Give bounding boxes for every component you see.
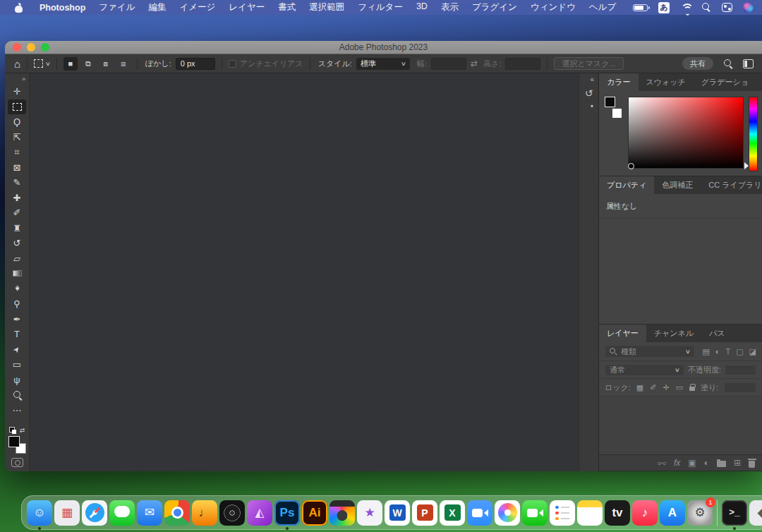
group-layers-icon[interactable] (717, 459, 726, 467)
photoshop[interactable]: Ps (274, 500, 300, 526)
new-selection-icon[interactable]: ■ (64, 57, 78, 71)
hue-slider-marker[interactable] (744, 162, 752, 169)
messages[interactable] (109, 500, 135, 526)
spotlight-search-icon[interactable] (702, 3, 711, 12)
properties-panel-tab[interactable]: CC ライブラリ (701, 176, 762, 194)
menu-item[interactable]: ヘルプ (589, 1, 616, 13)
notes[interactable] (577, 500, 603, 526)
utility-app[interactable]: ◆ (749, 500, 762, 526)
layer-filter-select[interactable]: 種類 ∨ (605, 345, 695, 358)
workspace-switcher-icon[interactable] (743, 59, 754, 68)
foreground-color-swatch[interactable] (8, 436, 20, 447)
filter-adjustment-layers-icon[interactable]: ◐ (715, 348, 720, 356)
swap-dimensions-icon[interactable]: ⇄ (471, 59, 478, 68)
color-panel-swatches[interactable] (605, 97, 623, 115)
dock-separator[interactable] (717, 500, 718, 526)
add-to-selection-icon[interactable]: ⧉ (81, 57, 95, 71)
rectangle-tool[interactable]: ▭ (8, 357, 26, 373)
rectangular-marquee-tool[interactable] (8, 99, 26, 115)
launchpad[interactable]: ▦ (54, 500, 80, 526)
delete-layer-icon[interactable] (749, 459, 755, 468)
background-color-swatch[interactable] (612, 109, 622, 118)
eraser-tool[interactable]: ▱ (8, 251, 26, 267)
clone-stamp-tool[interactable]: ♜ (8, 221, 26, 236)
layer-mask-icon[interactable]: ▣ (688, 459, 696, 467)
expand-panels-icon[interactable]: « (586, 73, 598, 87)
powerpoint[interactable]: P (412, 500, 437, 526)
menu-item[interactable]: フィルター (358, 1, 403, 13)
lock-all-icon[interactable] (689, 384, 695, 392)
illustrator[interactable]: Ai (302, 500, 327, 526)
app-store[interactable]: A (660, 500, 685, 526)
layers-panel-tab[interactable]: パス (701, 325, 733, 342)
history-panel-icon[interactable]: ↺ (585, 87, 593, 99)
color-panel-tab[interactable]: パターン (756, 73, 762, 91)
blend-mode-select[interactable]: 通常 ∨ (605, 364, 684, 376)
color-panel-tab[interactable]: スウォッチ (639, 73, 694, 91)
swap-colors-icon[interactable]: ⇄ (20, 427, 25, 434)
menu-item[interactable]: 書式 (278, 1, 296, 13)
finder[interactable]: ☺ (27, 500, 52, 526)
apple-menu-icon[interactable] (14, 3, 23, 13)
foreground-color-swatch[interactable] (605, 97, 615, 107)
lock-image-pixels-icon[interactable]: ✐ (650, 384, 656, 392)
fill-field[interactable] (724, 382, 756, 393)
new-layer-icon[interactable]: ⊞ (734, 459, 741, 467)
crop-tool[interactable]: ⌗ (8, 145, 26, 160)
foreground-background-swatches[interactable] (8, 436, 26, 454)
filter-shape-layers-icon[interactable]: ▢ (736, 348, 743, 356)
excel[interactable]: X (440, 500, 465, 526)
menu-item[interactable]: 選択範囲 (309, 1, 344, 13)
menu-item[interactable]: イメージ (179, 1, 215, 13)
home-icon[interactable]: ⌂ (14, 59, 20, 69)
height-input[interactable] (505, 58, 540, 70)
title-bar[interactable]: Adobe Photoshop 2023 (5, 41, 762, 54)
layers-panel-tab[interactable]: レイヤー (599, 325, 646, 342)
properties-panel-tab[interactable]: プロパティ (599, 176, 654, 194)
width-input[interactable] (431, 58, 466, 70)
djay[interactable] (219, 500, 245, 526)
antialias-checkbox[interactable] (229, 60, 236, 68)
music[interactable]: ♪ (632, 500, 658, 526)
photos[interactable] (495, 500, 520, 526)
menu-item[interactable]: ファイル (99, 1, 135, 13)
share-button[interactable]: 共有 (682, 57, 713, 70)
color-picker-marker[interactable] (628, 163, 634, 169)
system-settings[interactable]: ⚙1 (687, 500, 713, 526)
terminal[interactable]: >_ (722, 500, 747, 526)
saturation-brightness-field[interactable] (628, 97, 744, 169)
subtract-from-selection-icon[interactable]: ⧇ (99, 57, 113, 71)
move-tool[interactable]: ✛ (8, 84, 26, 99)
pen-tool[interactable]: ✒ (8, 312, 26, 327)
reminders[interactable] (550, 500, 575, 526)
zoom-tool[interactable] (8, 387, 26, 403)
facetime[interactable] (522, 500, 548, 526)
history-brush-tool[interactable]: ↺ (8, 236, 26, 251)
opacity-field[interactable] (725, 365, 756, 375)
lasso-tool[interactable]: Ϙ (8, 114, 26, 130)
wifi-icon[interactable] (680, 4, 691, 12)
style-select[interactable]: 標準 ∨ (356, 58, 410, 70)
safari[interactable] (82, 500, 107, 526)
canvas-area[interactable] (30, 73, 579, 471)
chrome[interactable] (164, 500, 190, 526)
menu-item[interactable]: レイヤー (229, 1, 265, 13)
brush-tool[interactable]: ✐ (8, 205, 26, 221)
layers-panel-tab[interactable]: チャンネル (646, 325, 701, 342)
blur-tool[interactable]: ♠ (8, 282, 26, 297)
apple-tv[interactable]: tv (605, 500, 630, 526)
lock-artboard-icon[interactable]: ▭ (676, 384, 683, 392)
menu-item[interactable]: 編集 (148, 1, 166, 13)
layer-effects-icon[interactable]: fx (674, 459, 680, 467)
siri-icon[interactable] (743, 2, 754, 13)
imovie[interactable]: ★ (357, 500, 382, 526)
path-selection-tool[interactable]: ➤ (8, 342, 26, 358)
menu-item[interactable]: 表示 (441, 1, 459, 13)
intersect-selection-icon[interactable]: ⧈ (116, 57, 131, 71)
mail[interactable]: ✉ (137, 500, 162, 526)
search-icon[interactable] (723, 59, 733, 68)
final-cut-pro[interactable] (329, 500, 355, 526)
input-method-icon[interactable]: あ (658, 2, 670, 13)
filter-smart-objects-icon[interactable]: ◪ (749, 348, 756, 356)
eyedropper-tool[interactable]: ✎ (8, 175, 26, 191)
